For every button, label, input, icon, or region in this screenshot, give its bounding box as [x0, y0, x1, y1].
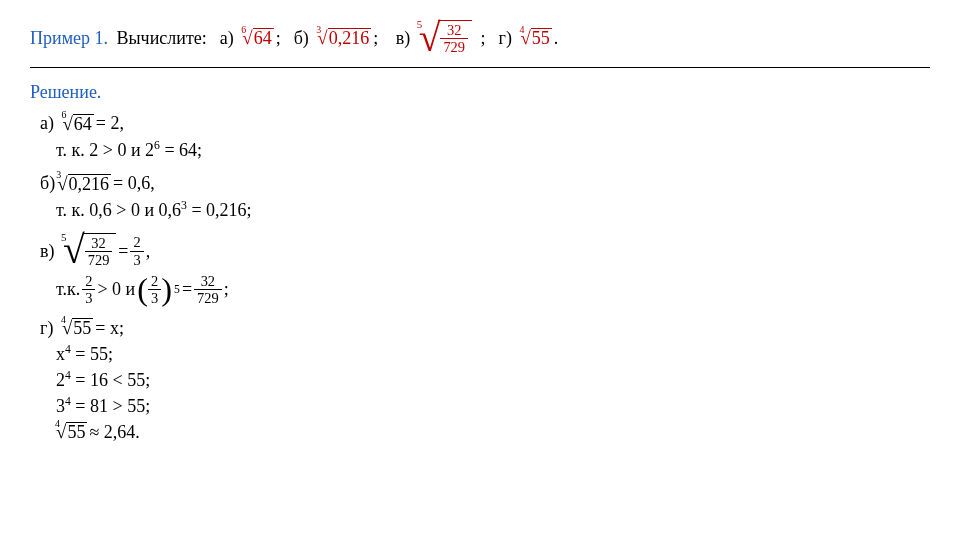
sol-v-radical: 5 √ 32 729 [63, 233, 116, 270]
part-b-letter: б) [294, 28, 309, 49]
part-v-radical: 5 √ 32 729 [419, 20, 472, 57]
sol-b-letter: б) [40, 173, 55, 194]
sol-g-line3: 24 = 16 < 55; [56, 369, 930, 391]
sol-g-line4: 34 = 81 > 55; [56, 395, 930, 417]
solution-label: Решение. [30, 82, 930, 103]
part-a-letter: а) [220, 28, 234, 49]
semicolon-v: ; [481, 28, 486, 49]
period-g: . [554, 28, 559, 49]
sol-g-eq: = x; [95, 318, 124, 339]
sol-a-radical: 6 √64 [62, 113, 93, 135]
sol-v-frac-result: 32 729 [194, 274, 222, 306]
sol-a-line2: т. к. 2 > 0 и 26 = 64; [56, 139, 930, 161]
sol-b-line1: б) 3 √0,216 = 0,6, [40, 173, 930, 195]
sol-g-letter: г) [40, 318, 53, 339]
sol-b-line2: т. к. 0,6 > 0 и 0,63 = 0,216; [56, 199, 930, 221]
part-a-radical: 6 √64 [242, 27, 273, 49]
part-a-index: 6 [241, 24, 246, 35]
part-v-letter: в) [396, 28, 411, 49]
sol-v-fraction-left: 32 729 [85, 236, 113, 268]
sol-v-letter: в) [40, 241, 55, 262]
sol-v-frac-cond: 2 3 [82, 274, 95, 306]
sol-v-exp: 5 [174, 283, 180, 296]
sol-v-line1: в) 5 √ 32 729 = 2 3 , [40, 233, 930, 270]
semicolon-b: ; [373, 28, 378, 49]
sol-v-line2: т.к. 2 3 > 0 и ( 2 3 ) 5 = 32 729 ; [56, 274, 930, 306]
part-b-index: 3 [316, 24, 321, 35]
sol-b-radical: 3 √0,216 [57, 173, 111, 195]
part-g-radical: 4 √55 [520, 27, 551, 49]
part-a-radicand: 64 [253, 28, 274, 47]
part-v-den: 729 [440, 39, 468, 54]
part-v-index: 5 [417, 18, 422, 30]
sol-g-radical-final: 4 √55 [56, 421, 87, 443]
semicolon-a: ; [276, 28, 281, 49]
sol-v-fraction-right: 2 3 [130, 235, 143, 267]
part-g-index: 4 [519, 24, 524, 35]
part-b-radical: 3 √0,216 [317, 27, 371, 49]
sol-g-line2: x4 = 55; [56, 343, 930, 365]
sol-v-paren: ( 2 3 ) [137, 274, 172, 306]
sol-b-eq: = 0,6, [113, 173, 155, 194]
divider [30, 67, 930, 68]
sol-a-eq: = 2, [96, 113, 124, 134]
sol-g-radical: 4 √55 [62, 317, 93, 339]
part-v-fraction: 32 729 [440, 23, 468, 55]
sol-a-line1: а) 6 √64 = 2, [40, 113, 930, 135]
part-g-radicand: 55 [531, 28, 552, 47]
example-label: Пример 1. [30, 28, 108, 49]
sol-g-line5: 4 √55 ≈ 2,64. [56, 421, 930, 443]
task-word: Вычислите: [117, 28, 207, 49]
part-v-num: 32 [440, 23, 468, 39]
sol-a-letter: а) [40, 113, 54, 134]
part-b-radicand: 0,216 [328, 28, 372, 47]
problem-header: Пример 1. Вычислите: а) 6 √64 ; б) 3 √0,… [30, 20, 930, 57]
sol-g-line1: г) 4 √55 = x; [40, 317, 930, 339]
part-g-letter: г) [499, 28, 512, 49]
